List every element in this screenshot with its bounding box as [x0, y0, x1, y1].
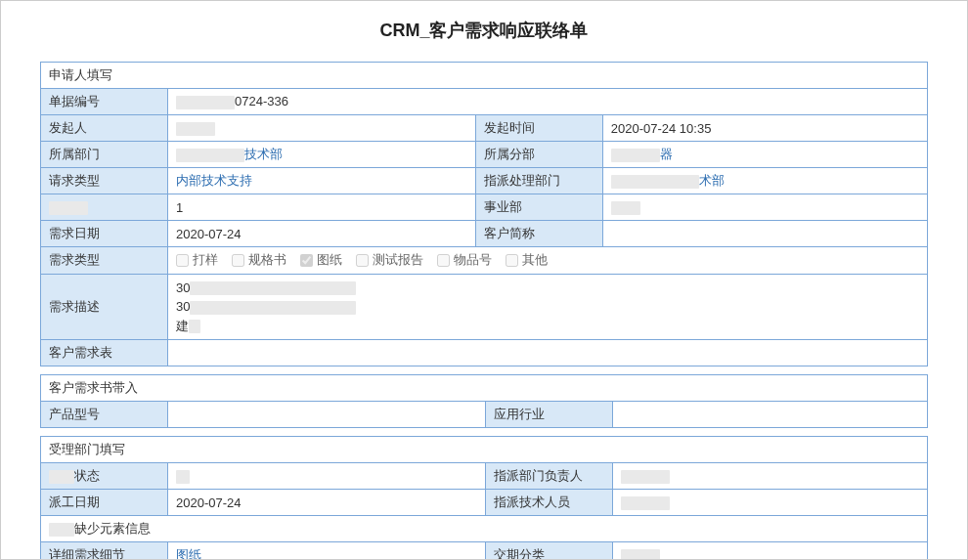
page-title: CRM_客户需求响应联络单	[1, 1, 967, 62]
checkbox-label-text: 打样	[193, 251, 218, 269]
checkbox-label-text: 图纸	[317, 251, 342, 269]
detail-value: 图纸	[168, 542, 486, 561]
applicant-section-table: 申请人填写 单据编号 0724-336 发起人 发起时间 2020-07-24 …	[40, 62, 928, 366]
req-kind-checkboxes: 打样规格书图纸测试报告物品号其他	[168, 247, 928, 275]
industry-value	[613, 402, 928, 428]
doc-no-label: 单据编号	[41, 89, 168, 115]
section3-header: 受理部门填写	[41, 437, 928, 463]
status-label: 状态	[41, 463, 168, 490]
assign-tech-value	[613, 490, 928, 516]
req-desc-label: 需求描述	[41, 274, 168, 340]
dispatch-date-value: 2020-07-24	[168, 490, 486, 516]
section2-header: 客户需求书带入	[41, 375, 928, 402]
init-time-label: 发起时间	[475, 115, 602, 142]
checkbox-规格书[interactable]: 规格书	[232, 251, 286, 269]
initiator-label: 发起人	[41, 115, 168, 142]
checkbox-其他[interactable]: 其他	[506, 251, 548, 269]
checkbox-label-text: 其他	[522, 251, 548, 269]
dept-value: 技术部	[168, 142, 476, 168]
cust-req-table-value	[168, 340, 928, 366]
checkbox-input[interactable]	[176, 254, 189, 267]
req-type-label: 请求类型	[41, 168, 168, 194]
checkbox-label-text: 测试报告	[373, 251, 423, 269]
assign-owner-label: 指派部门负责人	[486, 463, 613, 490]
cust-short-value	[602, 221, 927, 247]
checkbox-label-text: 规格书	[248, 251, 286, 269]
doc-no-value: 0724-336	[168, 89, 928, 115]
status-value	[168, 463, 486, 490]
biz-unit-label: 事业部	[475, 194, 602, 221]
assign-owner-value	[613, 463, 928, 490]
product-model-label: 产品型号	[41, 402, 168, 428]
req-desc-value: 30 30 建	[168, 274, 928, 340]
req-kind-label: 需求类型	[41, 247, 168, 275]
branch-label: 所属分部	[475, 142, 602, 168]
checkbox-input[interactable]	[506, 254, 518, 267]
dept-label: 所属部门	[41, 142, 168, 168]
missing-info-label: 缺少元素信息	[41, 516, 928, 542]
customer-req-import-table: 客户需求书带入 产品型号 应用行业	[40, 374, 928, 428]
checkbox-图纸[interactable]: 图纸	[300, 251, 342, 269]
checkbox-label-text: 物品号	[454, 251, 492, 269]
req-date-value: 2020-07-24	[168, 221, 476, 247]
checkbox-input[interactable]	[232, 254, 244, 267]
biz-unit-value	[602, 194, 927, 221]
blank-label	[41, 194, 168, 221]
init-time-value: 2020-07-24 10:35	[602, 115, 927, 142]
handling-dept-table: 受理部门填写 状态 指派部门负责人 派工日期 2020-07-24 指派技术人员…	[40, 436, 928, 560]
delivery-label: 交期分类	[486, 542, 613, 561]
assign-tech-label: 指派技术人员	[486, 490, 613, 516]
assign-dept-label: 指派处理部门	[475, 168, 602, 194]
qty-value: 1	[168, 194, 476, 221]
req-date-label: 需求日期	[41, 221, 168, 247]
section1-header: 申请人填写	[41, 63, 928, 89]
checkbox-input[interactable]	[356, 254, 369, 267]
checkbox-打样[interactable]: 打样	[176, 251, 218, 269]
delivery-value	[613, 542, 928, 561]
detail-label: 详细需求细节	[41, 542, 168, 561]
product-model-value	[168, 402, 486, 428]
branch-value: 器	[602, 142, 927, 168]
checkbox-input[interactable]	[300, 254, 313, 267]
checkbox-物品号[interactable]: 物品号	[437, 251, 492, 269]
checkbox-测试报告[interactable]: 测试报告	[356, 251, 423, 269]
cust-req-table-label: 客户需求表	[41, 340, 168, 366]
initiator-value	[168, 115, 476, 142]
checkbox-input[interactable]	[437, 254, 450, 267]
industry-label: 应用行业	[486, 402, 613, 428]
cust-short-label: 客户简称	[475, 221, 602, 247]
req-type-value: 内部技术支持	[168, 168, 476, 194]
assign-dept-value: 术部	[602, 168, 927, 194]
dispatch-date-label: 派工日期	[41, 490, 168, 516]
